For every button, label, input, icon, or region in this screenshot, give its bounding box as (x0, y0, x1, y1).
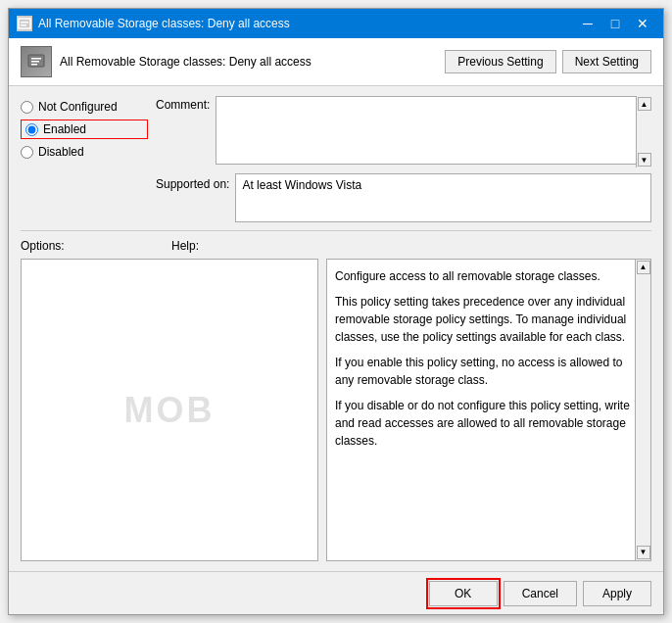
svg-rect-0 (19, 19, 30, 28)
enabled-label: Enabled (43, 122, 86, 136)
bottom-panels: MOB Configure access to all removable st… (21, 259, 651, 561)
supported-label: Supported on: (156, 173, 229, 191)
divider (21, 230, 651, 231)
svg-rect-4 (31, 58, 41, 60)
options-panel: MOB (21, 259, 318, 561)
help-text-2: This policy setting takes precedence ove… (335, 293, 631, 346)
comment-box: ▲ ▼ (216, 96, 651, 168)
header-title: All Removable Storage classes: Deny all … (60, 55, 312, 69)
title-controls: ─ □ ✕ (575, 13, 655, 34)
options-help-labels: Options: Help: (21, 239, 651, 253)
supported-section: Supported on: At least Windows Vista (156, 173, 651, 222)
right-section: Comment: ▲ ▼ Supported on: At least Wind… (156, 96, 651, 222)
minimize-button[interactable]: ─ (575, 13, 600, 34)
window-icon (17, 16, 32, 31)
supported-box: At least Windows Vista (235, 173, 651, 222)
scroll-up-arrow[interactable]: ▲ (638, 97, 651, 111)
header-icon (21, 46, 52, 77)
help-text-1: Configure access to all removable storag… (335, 267, 631, 285)
footer: OK Cancel Apply (9, 571, 663, 614)
help-panel: Configure access to all removable storag… (326, 259, 651, 561)
svg-rect-5 (31, 61, 39, 63)
enabled-option[interactable]: Enabled (21, 120, 148, 139)
comment-textarea[interactable] (216, 96, 651, 165)
not-configured-label: Not Configured (38, 100, 118, 114)
help-scroll-up[interactable]: ▲ (637, 261, 650, 274)
cancel-button[interactable]: Cancel (504, 581, 577, 606)
disabled-radio[interactable] (21, 146, 33, 159)
not-configured-option[interactable]: Not Configured (21, 100, 148, 114)
top-section: Not Configured Enabled Disabled Comment: (21, 96, 651, 222)
svg-rect-6 (31, 64, 37, 66)
main-dialog: All Removable Storage classes: Deny all … (8, 8, 664, 615)
help-text-4: If you disable or do not configure this … (335, 397, 631, 450)
dialog-header: All Removable Storage classes: Deny all … (9, 38, 663, 86)
supported-text: At least Windows Vista (242, 178, 361, 192)
watermark-text: MOB (124, 390, 216, 431)
help-scroll-down[interactable]: ▼ (637, 546, 650, 559)
enabled-radio[interactable] (25, 123, 38, 136)
header-left: All Removable Storage classes: Deny all … (21, 46, 312, 77)
header-buttons: Previous Setting Next Setting (445, 50, 651, 73)
title-bar: All Removable Storage classes: Deny all … (9, 9, 663, 38)
dialog-body: Not Configured Enabled Disabled Comment: (9, 86, 663, 571)
comment-scrollbar: ▲ ▼ (636, 96, 651, 168)
comment-section: Comment: ▲ ▼ (156, 96, 651, 168)
svg-rect-2 (21, 24, 26, 26)
radio-group: Not Configured Enabled Disabled (21, 96, 148, 222)
not-configured-radio[interactable] (21, 101, 33, 114)
help-scrollbar: ▲ ▼ (635, 260, 650, 560)
disabled-option[interactable]: Disabled (21, 145, 148, 159)
apply-button[interactable]: Apply (583, 581, 651, 606)
options-label: Options: (21, 239, 65, 253)
supported-value: At least Windows Vista (235, 173, 651, 222)
comment-label: Comment: (156, 96, 210, 112)
ok-button[interactable]: OK (429, 581, 498, 606)
help-label: Help: (171, 239, 199, 253)
close-button[interactable]: ✕ (630, 13, 655, 34)
previous-setting-button[interactable]: Previous Setting (445, 50, 555, 73)
window-title: All Removable Storage classes: Deny all … (38, 17, 575, 30)
disabled-label: Disabled (38, 145, 84, 159)
svg-rect-1 (21, 22, 28, 24)
next-setting-button[interactable]: Next Setting (562, 50, 651, 73)
maximize-button[interactable]: □ (602, 13, 628, 34)
help-text-3: If you enable this policy setting, no ac… (335, 354, 631, 389)
scroll-down-arrow[interactable]: ▼ (638, 153, 651, 167)
